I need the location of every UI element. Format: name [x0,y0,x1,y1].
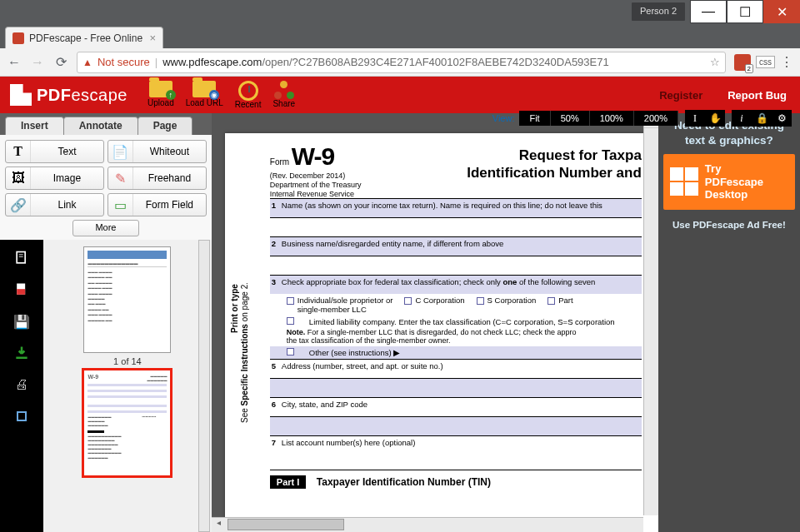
report-bug-link[interactable]: Report Bug [728,89,787,102]
share-button[interactable]: Share [272,81,295,109]
url-path: /open/?C27B608AB293C4E271AF400102F8AEBE7… [262,56,608,68]
text-cursor-button[interactable]: I [685,110,705,127]
form-row-3: 3Check appropriate box for federal tax c… [270,275,642,294]
form-row-3-llc: Limited liability company. Enter the tax… [270,316,642,328]
tool-image[interactable]: 🖼Image [5,167,104,190]
url-host: www.pdfescape.com [162,56,262,68]
left-panel: Insert Annotate Page TText 📄Whiteout 🖼Im… [0,113,212,532]
tool-freehand[interactable]: ✎Freehand [108,167,207,190]
zoom-50-button[interactable]: 50% [551,111,590,126]
view-label: View: [492,113,515,123]
vertical-scrollbar[interactable]: ▴ [643,113,658,515]
rail-print-button[interactable]: 🖨 [7,371,37,398]
checkbox-partnership[interactable] [548,297,555,305]
rail-pages-button[interactable] [7,245,37,271]
nav-reload-button[interactable]: ⟳ [53,55,68,70]
browser-menu-button[interactable]: ⋮ [780,54,793,70]
bookmark-star-icon[interactable]: ☆ [710,56,720,68]
checkbox-llc[interactable] [287,317,294,325]
insert-tools: TText 📄Whiteout 🖼Image ✎Freehand 🔗Link ▭… [0,135,212,240]
address-bar[interactable]: ▲ Not secure | www.pdfescape.com/open/?C… [77,52,726,73]
rail-download-button[interactable] [7,340,37,366]
thumbnail-scrollbar[interactable] [198,240,210,532]
app-header: PDFescape ↑Upload ◉Load URL Recent Share… [0,77,800,113]
settings-button[interactable]: ⚙ [772,110,792,127]
margin-label-print: Print or type [230,284,239,333]
register-link[interactable]: Register [659,89,702,102]
form-row-7: 7List account number(s) here (optional) [270,435,642,455]
promo-panel: Need to edit existing text & graphics? T… [658,113,800,532]
view-toolbar: View: Fit 50% 100% 200% I ✋ i 🔒 ⚙ [492,110,792,127]
rail-expand-button[interactable] [7,403,37,430]
zoom-fit-button[interactable]: Fit [519,111,550,126]
windows-icon [670,167,698,196]
tab-title: PDFescape - Free Online [29,32,142,44]
browser-tab[interactable]: PDFescape - Free Online × [5,27,163,48]
part-1-header: Part I [270,475,307,489]
part-1-title: Taxpayer Identification Number (TIN) [317,476,491,488]
lock-button[interactable]: 🔒 [752,110,772,127]
tool-form-field[interactable]: ▭Form Field [108,193,207,216]
logo-icon [10,84,32,106]
form-row-3-options-a: Individual/sole proprietor orsingle-memb… [270,294,642,316]
hand-cursor-button[interactable]: ✋ [705,110,725,127]
recent-button[interactable]: Recent [235,81,262,109]
thumbnail-panel[interactable]: ▬▬▬▬▬▬▬▬▬▬▬▬ ▬▬▬ ▬▬▬▬▬▬▬▬▬ ▬▬▬▬ ▬▬▬▬▬▬▬▬… [43,240,212,532]
profile-chip[interactable]: Person 2 [632,2,685,21]
favicon-icon [12,32,24,44]
info-button[interactable]: i [732,110,752,127]
load-url-button[interactable]: ◉Load URL [186,81,223,109]
tool-whiteout[interactable]: 📄Whiteout [108,140,207,163]
checkbox-individual[interactable] [287,297,294,305]
rail-new-button[interactable] [7,276,37,303]
browser-tabstrip: PDFescape - Free Online × [0,23,800,48]
checkbox-s-corp[interactable] [477,297,484,305]
tool-text[interactable]: TText [5,140,104,163]
form-row-5: 5Address (number, street, and apt. or su… [270,359,642,378]
pdf-page[interactable]: Print or type See Specific Instructions … [225,133,658,532]
tool-link[interactable]: 🔗Link [5,193,104,216]
more-tools-button[interactable]: More [72,220,139,236]
nav-forward-button[interactable]: → [30,55,45,70]
pencil-icon: ✎ [108,167,133,189]
rail-save-button[interactable]: 💾 [7,308,37,335]
svg-marker-4 [17,289,25,295]
link-icon: 🔗 [6,194,31,216]
tab-annotate[interactable]: Annotate [63,117,138,135]
window-titlebar: Person 2 — ☐ ✕ [0,0,800,23]
svg-rect-0 [17,252,25,263]
thumbnail-2[interactable]: W-9▬▬▬▬▬▬▬▬▬▬▬ ▬▬▬▬▬▬▬▬▬▬▬▬▬▬▬▬▬▬▪▪▪▪▪▪▪… [83,370,171,476]
ublock-icon[interactable] [734,54,751,71]
form-row-3-note: Note. For a single-member LLC that is di… [270,328,642,345]
zoom-200-button[interactable]: 200% [634,111,678,126]
form-row-3-other: Other (see instructions) ▶ [270,346,642,359]
try-desktop-button[interactable]: TryPDFescapeDesktop [663,154,795,210]
css-extension-icon[interactable]: css [756,56,775,68]
horizontal-scrollbar[interactable]: ◂ [212,517,643,532]
checkbox-c-corp[interactable] [404,297,412,305]
thumbnail-1[interactable]: ▬▬▬▬▬▬▬▬▬▬▬▬ ▬▬▬ ▬▬▬▬▬▬▬▬▬ ▬▬▬▬ ▬▬▬▬▬▬▬▬… [83,246,171,353]
checkbox-other[interactable] [287,348,294,355]
window-minimize-button[interactable]: — [690,0,727,23]
text-icon: T [6,141,31,162]
tab-page[interactable]: Page [138,117,193,135]
thumbnail-1-label: 1 of 14 [113,356,142,366]
image-icon: 🖼 [6,167,31,189]
window-close-button[interactable]: ✕ [763,0,800,23]
form-row-2: 2Business name/disregarded entity name, … [270,236,642,256]
side-rail: 💾 🖨 [0,240,43,532]
tab-insert[interactable]: Insert [5,117,64,135]
ad-free-link[interactable]: Use PDFescape Ad Free! [663,220,795,230]
nav-back-button[interactable]: ← [7,55,22,70]
form-row-1: 1Name (as shown on your income tax retur… [270,198,642,217]
tab-close-icon[interactable]: × [149,32,156,44]
zoom-100-button[interactable]: 100% [590,111,634,126]
document-viewport[interactable]: Print or type See Specific Instructions … [212,113,658,532]
whiteout-icon: 📄 [108,141,133,162]
security-label: Not secure [98,56,150,68]
window-maximize-button[interactable]: ☐ [727,0,763,23]
upload-button[interactable]: ↑Upload [148,81,174,109]
extension-tray: css ⋮ [734,54,793,71]
insecure-icon: ▲ [82,57,92,68]
app-logo[interactable]: PDFescape [0,84,138,106]
